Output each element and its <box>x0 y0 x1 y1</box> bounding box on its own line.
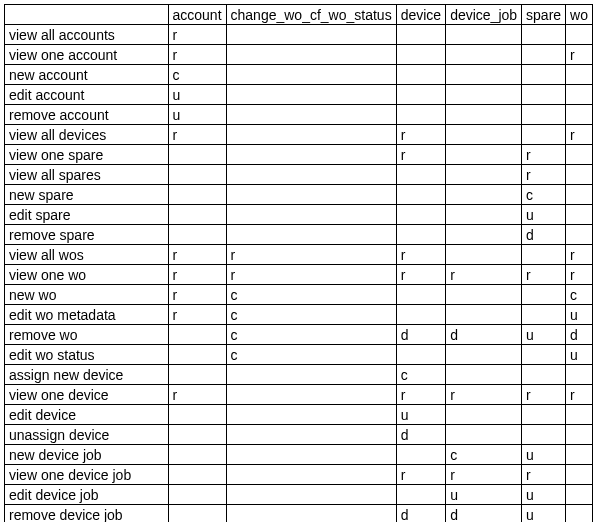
perm-cell <box>396 485 445 505</box>
table-row: new device jobcu <box>5 445 593 465</box>
perm-cell <box>226 185 396 205</box>
table-row: edit wo statuscu <box>5 345 593 365</box>
perm-cell <box>566 365 593 385</box>
perm-cell <box>226 485 396 505</box>
perm-cell <box>168 345 226 365</box>
perm-cell <box>446 425 522 445</box>
perm-cell <box>446 25 522 45</box>
table-row: new worcc <box>5 285 593 305</box>
perm-cell <box>226 205 396 225</box>
perm-cell <box>226 145 396 165</box>
perm-cell <box>168 205 226 225</box>
perm-cell: r <box>396 245 445 265</box>
table-row: view one sparerr <box>5 145 593 165</box>
perm-cell <box>522 425 566 445</box>
perm-cell <box>168 145 226 165</box>
perm-cell: c <box>226 325 396 345</box>
perm-cell <box>566 185 593 205</box>
perm-cell <box>566 225 593 245</box>
perm-cell <box>226 365 396 385</box>
perm-cell: r <box>168 305 226 325</box>
table-row: assign new devicec <box>5 365 593 385</box>
perm-cell <box>446 305 522 325</box>
perm-cell <box>396 85 445 105</box>
perm-cell <box>168 365 226 385</box>
perm-cell: r <box>168 385 226 405</box>
table-row: edit wo metadatarcu <box>5 305 593 325</box>
table-row: remove wocddud <box>5 325 593 345</box>
table-row: new accountc <box>5 65 593 85</box>
perm-cell <box>168 225 226 245</box>
table-row: edit spareu <box>5 205 593 225</box>
perm-cell: d <box>522 225 566 245</box>
perm-cell: r <box>396 125 445 145</box>
perm-cell: d <box>446 505 522 523</box>
perm-cell <box>226 25 396 45</box>
perm-cell: d <box>566 325 593 345</box>
col-header-device: device <box>396 5 445 25</box>
perm-cell: d <box>396 505 445 523</box>
row-label: edit wo metadata <box>5 305 169 325</box>
perm-cell <box>226 225 396 245</box>
row-label: new spare <box>5 185 169 205</box>
permissions-table: accountchange_wo_cf_wo_statusdevicedevic… <box>4 4 593 522</box>
col-header-account: account <box>168 5 226 25</box>
perm-cell <box>522 285 566 305</box>
perm-cell <box>566 505 593 523</box>
perm-cell <box>446 85 522 105</box>
row-label: edit spare <box>5 205 169 225</box>
perm-cell <box>522 105 566 125</box>
perm-cell <box>522 305 566 325</box>
row-label: edit wo status <box>5 345 169 365</box>
perm-cell <box>566 65 593 85</box>
perm-cell <box>226 85 396 105</box>
row-label: view one device job <box>5 465 169 485</box>
perm-cell: d <box>396 325 445 345</box>
perm-cell <box>168 465 226 485</box>
perm-cell <box>446 405 522 425</box>
table-row: view all devicesrrr <box>5 125 593 145</box>
perm-cell <box>566 105 593 125</box>
perm-cell <box>396 225 445 245</box>
perm-cell: c <box>396 365 445 385</box>
perm-cell <box>566 425 593 445</box>
perm-cell: u <box>522 445 566 465</box>
row-label: view one account <box>5 45 169 65</box>
perm-cell: r <box>522 165 566 185</box>
perm-cell: r <box>226 265 396 285</box>
table-row: remove device jobddu <box>5 505 593 523</box>
perm-cell <box>522 65 566 85</box>
perm-cell: r <box>396 385 445 405</box>
perm-cell <box>396 205 445 225</box>
perm-cell <box>446 365 522 385</box>
row-label: view all devices <box>5 125 169 145</box>
perm-cell <box>446 45 522 65</box>
perm-cell: d <box>396 425 445 445</box>
table-row: view one worrrrrr <box>5 265 593 285</box>
perm-cell <box>226 65 396 85</box>
perm-cell: r <box>226 245 396 265</box>
col-header-change_wo_cf_wo_status: change_wo_cf_wo_status <box>226 5 396 25</box>
row-label: view one wo <box>5 265 169 285</box>
table-row: view one device jobrrr <box>5 465 593 485</box>
perm-cell <box>226 125 396 145</box>
table-row: remove accountu <box>5 105 593 125</box>
perm-cell <box>566 145 593 165</box>
perm-cell <box>566 205 593 225</box>
perm-cell: r <box>446 385 522 405</box>
perm-cell: c <box>446 445 522 465</box>
perm-cell: c <box>566 285 593 305</box>
perm-cell <box>446 285 522 305</box>
perm-cell <box>566 165 593 185</box>
table-row: remove spared <box>5 225 593 245</box>
perm-cell <box>446 105 522 125</box>
row-label: edit account <box>5 85 169 105</box>
perm-cell <box>396 65 445 85</box>
row-label: view all spares <box>5 165 169 185</box>
table-row: view all accountsr <box>5 25 593 45</box>
perm-cell: r <box>396 145 445 165</box>
table-row: view one accountrr <box>5 45 593 65</box>
perm-cell <box>566 445 593 465</box>
row-label: unassign device <box>5 425 169 445</box>
perm-cell <box>522 85 566 105</box>
